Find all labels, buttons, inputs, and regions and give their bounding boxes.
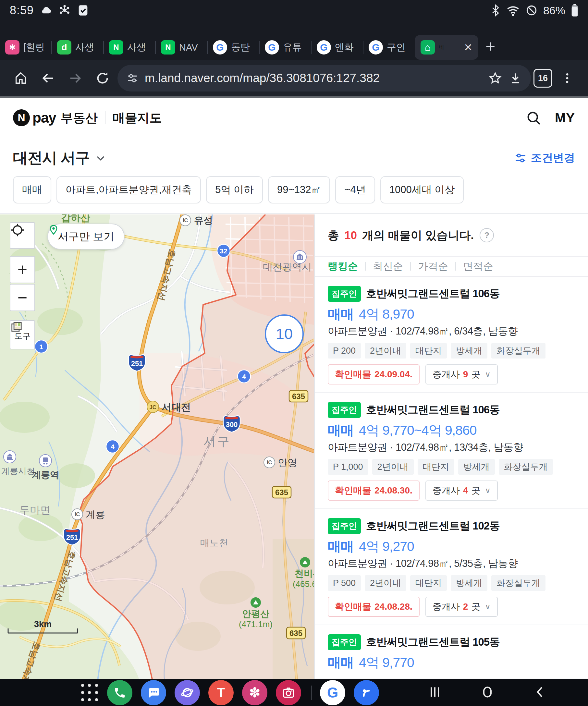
forward-button[interactable] xyxy=(63,71,88,86)
chip-age[interactable]: ~4년 xyxy=(335,176,375,203)
site-settings-icon[interactable] xyxy=(126,72,139,85)
route-4-badge: 4 xyxy=(106,440,119,453)
zoom-in-button[interactable]: + xyxy=(10,256,35,283)
search-icon[interactable] xyxy=(525,109,542,126)
home-button-android[interactable] xyxy=(480,685,495,701)
chip-trade-type[interactable]: 매매 xyxy=(13,176,51,203)
google-favicon xyxy=(265,40,279,54)
app-drawer-button[interactable] xyxy=(80,683,99,702)
tag: 화장실두개 xyxy=(491,575,546,591)
chip-property-type[interactable]: 아파트,아파트분양권,재건축 xyxy=(56,176,201,203)
svg-text:251: 251 xyxy=(131,359,143,367)
listing-card[interactable]: 집주인 호반써밋그랜드센트럴 105동 매매 4억 9,770 xyxy=(315,625,588,678)
tab-naver[interactable]: NAV xyxy=(156,34,207,61)
agents-dropdown[interactable]: 중개사4곳∨ xyxy=(425,480,498,501)
trade-type: 매매 xyxy=(328,538,354,555)
naver-pay-logo[interactable]: N xyxy=(13,109,30,126)
tistory-app-icon[interactable]: T xyxy=(208,680,234,705)
zoom-out-button[interactable]: − xyxy=(10,284,35,311)
tab-youtube[interactable]: 유튜 xyxy=(260,34,311,61)
tab-privacy-1[interactable]: 사생 xyxy=(52,34,103,61)
my-menu[interactable]: MY xyxy=(555,111,575,125)
tab-yen[interactable]: 엔화 xyxy=(312,34,363,61)
samsung-internet-app-icon[interactable] xyxy=(174,680,200,705)
layers-icon xyxy=(10,321,23,333)
back-button[interactable] xyxy=(36,71,61,86)
camera-app-icon[interactable] xyxy=(276,680,301,705)
naver-land-favicon xyxy=(421,40,435,54)
listing-card[interactable]: 집주인 호반써밋그랜드센트럴 106동 매매 4억 8,970 아파트분양권 ·… xyxy=(315,277,588,393)
svg-text:안영: 안영 xyxy=(278,457,297,468)
tab-healing[interactable]: [힐링 xyxy=(0,34,51,61)
tab-jobs[interactable]: 구인 xyxy=(363,34,415,61)
new-tab-button[interactable]: + xyxy=(478,37,504,58)
recents-button[interactable] xyxy=(428,685,442,701)
owner-badge: 집주인 xyxy=(328,518,361,534)
tag: 대단지 xyxy=(418,459,454,475)
listing-title: 호반써밋그랜드센트럴 105동 xyxy=(366,635,500,650)
listing-card[interactable]: 집주인 호반써밋그랜드센트럴 106동 매매 4억 9,770~4억 9,860… xyxy=(315,393,588,509)
sort-newest[interactable]: 최신순 xyxy=(373,260,403,273)
tab-count-button[interactable]: 16 xyxy=(534,69,552,88)
svg-text:300: 300 xyxy=(226,421,238,429)
listing-spec: 아파트분양권 · 102/74.98㎡, 5/35층, 남동향 xyxy=(328,557,575,570)
back-button-android[interactable] xyxy=(533,685,547,701)
messages-app-icon[interactable] xyxy=(141,680,166,705)
agents-dropdown[interactable]: 중개사2곳∨ xyxy=(425,597,498,617)
view-seogu-only-button[interactable]: 서구만 보기 xyxy=(47,224,125,249)
brand-service-label[interactable]: 부동산 xyxy=(61,110,98,126)
svg-text:251: 251 xyxy=(66,534,78,542)
svg-text:서구: 서구 xyxy=(203,434,231,448)
url-text: m.land.naver.com/map/36.3081076:127.382 xyxy=(145,71,482,85)
help-icon[interactable]: ? xyxy=(480,228,494,242)
close-tab-icon[interactable]: ✕ xyxy=(464,41,472,53)
flower-app-icon[interactable]: ✽ xyxy=(242,680,267,705)
chip-price[interactable]: 5억 이하 xyxy=(206,176,263,203)
bookmark-star-icon[interactable] xyxy=(488,71,502,85)
region-selector[interactable]: 대전시 서구 xyxy=(13,148,106,168)
tab-naver-land-active[interactable]: 네 ✕ xyxy=(415,35,478,60)
naver-app-icon[interactable] xyxy=(354,680,379,705)
home-button[interactable] xyxy=(8,71,33,86)
url-bar[interactable]: m.land.naver.com/map/36.3081076:127.382 xyxy=(117,65,531,91)
location-pin-icon xyxy=(48,224,59,235)
map-canvas[interactable]: 호남고속지선 호남고속지선 호남고속지선 갑하산 (468.7m) IC 유성 … xyxy=(0,214,314,681)
tag: 화장실두개 xyxy=(499,459,553,475)
browser-menu-icon[interactable] xyxy=(555,71,580,86)
sort-ranking[interactable]: 랭킹순 xyxy=(328,260,358,273)
reload-button[interactable] xyxy=(90,71,115,86)
sort-area[interactable]: 면적순 xyxy=(463,260,493,273)
total-count: 10 xyxy=(344,229,357,242)
map-tools-button[interactable]: 도구 xyxy=(10,320,35,349)
tab-privacy-2[interactable]: 사생 xyxy=(104,34,155,61)
browser-tab-strip: [힐링 사생 사생 NAV 동탄 유튜 엔화 구인 네 ✕ + xyxy=(0,21,588,61)
phone-app-icon[interactable] xyxy=(107,680,132,705)
ic-anyeong-marker: IC 안영 xyxy=(264,457,297,468)
change-conditions-button[interactable]: 조건변경 xyxy=(514,151,575,165)
tag: 2년이내 xyxy=(365,575,406,591)
ic-yuseong-marker: IC 유성 xyxy=(180,215,213,226)
download-icon[interactable] xyxy=(508,71,522,85)
chevron-down-icon: ∨ xyxy=(485,602,491,611)
tab-dongtan[interactable]: 동탄 xyxy=(208,34,259,61)
sort-price[interactable]: 가격순 xyxy=(418,260,448,273)
listing-card[interactable]: 집주인 호반써밋그랜드센트럴 102동 매매 4억 9,270 아파트분양권 ·… xyxy=(315,509,588,625)
listing-title: 호반써밋그랜드센트럴 106동 xyxy=(366,286,500,301)
chevron-down-icon: ∨ xyxy=(485,370,491,379)
listing-price: 4억 8,970 xyxy=(359,305,414,323)
svg-text:JC: JC xyxy=(150,404,156,410)
listing-cluster-marker[interactable]: 10 xyxy=(266,315,303,353)
trade-type: 매매 xyxy=(328,305,354,323)
brand-pay-label[interactable]: pay xyxy=(33,110,56,126)
svg-text:4: 4 xyxy=(242,373,246,380)
current-location-button[interactable] xyxy=(10,222,35,249)
agents-dropdown[interactable]: 중개사9곳∨ xyxy=(425,364,498,385)
chip-households[interactable]: 1000세대 이상 xyxy=(380,176,464,203)
google-favicon xyxy=(213,40,227,54)
chip-area[interactable]: 99~132㎡ xyxy=(268,176,330,203)
google-app-icon[interactable]: G xyxy=(320,680,345,705)
naver-favicon xyxy=(161,40,175,54)
chevron-down-icon: ∨ xyxy=(485,486,491,495)
confirmed-listing-badge: 확인매물24.08.30. xyxy=(328,480,420,501)
google-favicon xyxy=(369,40,383,54)
